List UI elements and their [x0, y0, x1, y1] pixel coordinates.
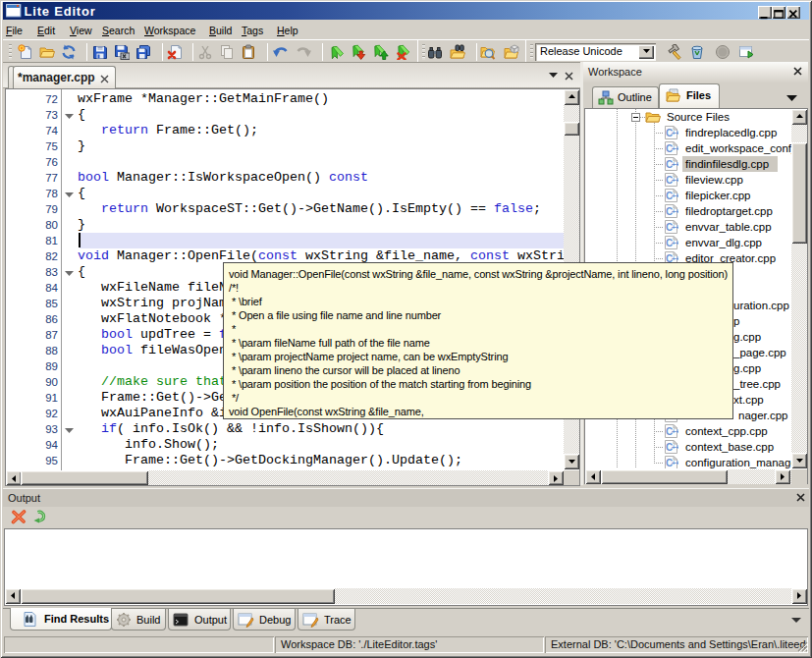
svg-text:++: ++: [672, 208, 678, 215]
svg-text:++: ++: [672, 192, 678, 199]
svg-text:++: ++: [672, 130, 678, 137]
svg-text:++: ++: [672, 145, 678, 152]
svg-text:++: ++: [672, 444, 678, 451]
svg-text:++: ++: [672, 177, 678, 184]
svg-text:++: ++: [672, 240, 678, 247]
svg-text:++: ++: [672, 428, 678, 435]
svg-text:++: ++: [672, 460, 678, 466]
svg-text:++: ++: [672, 255, 678, 262]
svg-text:++: ++: [672, 224, 678, 231]
svg-text:++: ++: [672, 161, 678, 168]
